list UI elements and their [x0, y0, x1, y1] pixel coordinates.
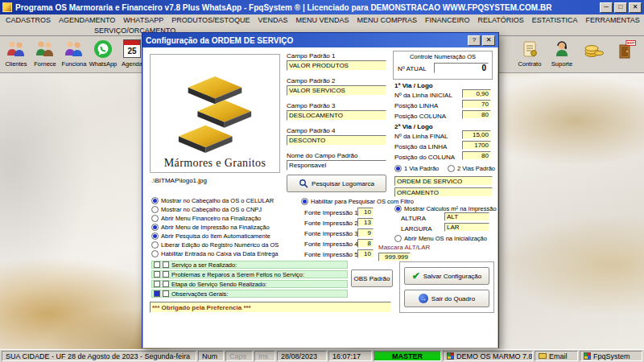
via2-row1-field[interactable]: 15,00 — [462, 130, 491, 139]
option-celular[interactable]: Mostrar no Cabeçalho da OS o CELULAR — [151, 197, 274, 204]
option-entrada-caixa[interactable]: Habilitar Entrada no Caixa via Data Entr… — [151, 250, 279, 257]
option-liberar-edicao[interactable]: Liberar Edição do Registro Numérico da O… — [151, 241, 279, 249]
toolbar-fornecedores[interactable]: Fornece — [31, 38, 60, 68]
actions-group: ✔ Salvar Configuração → Sair do Quadro — [399, 261, 494, 313]
window-title: Programa OS Marmoraria e Financeiro v7.8… — [15, 3, 597, 12]
exit-arrow-icon: → — [419, 294, 428, 303]
checkbox-checked-icon — [154, 290, 160, 297]
envelope-icon — [539, 353, 547, 359]
campo1-field[interactable]: VALOR PRODUTOS — [287, 60, 386, 71]
logo-preview: Mármores e Granitos — [150, 54, 280, 173]
menu-financeiro[interactable]: FINANCEIRO — [421, 16, 474, 24]
obs-default-field[interactable]: *** Obrigado pela Preferencia *** — [150, 302, 391, 313]
employees-icon — [63, 38, 85, 60]
pesquisar-logomarca-button[interactable]: Pesquisar Logomarca — [287, 175, 386, 192]
toolbar-clientes[interactable]: Clientes — [2, 38, 31, 68]
menu-menu-compras[interactable]: MENU COMPRAS — [353, 16, 421, 24]
option-mostrar-calculos[interactable]: Mostrar Calculos m² na Impressão — [394, 205, 497, 212]
checkbox-icon — [154, 261, 160, 268]
maximize-button[interactable]: □ — [614, 2, 627, 13]
close-button[interactable]: ✕ — [629, 2, 642, 13]
option-menu-impressao[interactable]: Abrir Menu de Impressão na Finalização — [151, 224, 270, 231]
altura-label: ALTURA — [401, 215, 426, 222]
status-email[interactable]: Email — [535, 351, 578, 361]
ordem-servico-field[interactable]: ORDEM DE SERVICO — [394, 176, 493, 186]
via2-row1-label: Nº da Linha FINAL — [394, 133, 448, 140]
campo2-field[interactable]: VALOR SERVICOS — [287, 85, 386, 96]
largura-field[interactable]: LAR — [444, 223, 489, 232]
app-icon — [2, 2, 12, 12]
toolbar-whatsapp[interactable]: WhatsApp — [89, 38, 118, 68]
menu-ferramentas[interactable]: FERRAMENTAS — [581, 16, 643, 24]
option-menu-financeiro[interactable]: Abrir Menu Financeiro na Finalização — [151, 215, 261, 222]
menu-produtos-estoque[interactable]: PRODUTOS/ESTOQUE — [167, 16, 254, 24]
via-padrao-2-radio[interactable]: 2 Vias Padrão — [448, 165, 495, 172]
radio-on-icon — [151, 197, 159, 204]
atual-field[interactable]: 0 — [434, 63, 489, 73]
sair-do-quadro-button[interactable]: → Sair do Quadro — [404, 290, 489, 307]
menu-cadastros[interactable]: CADASTROS — [2, 16, 55, 24]
dialog-close-button[interactable]: ✕ — [482, 35, 495, 46]
fonte5-field[interactable]: 10 — [357, 249, 374, 258]
check-icon: ✔ — [412, 271, 420, 281]
toolbar-funcionarios[interactable]: Funciona — [60, 38, 89, 68]
menu-estatistica[interactable]: ESTATISTICA — [528, 16, 582, 24]
option-celular-label: Mostrar no Cabeçalho da OS o CELULAR — [161, 197, 274, 204]
status-num: Num — [198, 351, 224, 361]
fonte1-field[interactable]: 10 — [357, 208, 374, 216]
option-cnpj[interactable]: Mostrar no Cabeçalho da OS o CNPJ — [151, 206, 262, 213]
via1-row3-field[interactable]: 80 — [462, 110, 491, 119]
option-filtro-os[interactable]: Habilitar para Pesquisar OS com Filtro — [301, 198, 414, 205]
dialog-help-button[interactable]: ? — [468, 35, 481, 46]
option-pesquisa-item[interactable]: Abrir Pesquisa do Item Automaticamente — [151, 232, 270, 240]
option-abrir-menu-os-label: Abrir Menu OS na Inicialização — [404, 235, 487, 242]
campo3-field[interactable]: DESLOCAMENTO — [287, 110, 386, 121]
mascara-field[interactable]: 999.999 — [378, 253, 411, 261]
clients-icon — [5, 38, 27, 60]
calendar-day: 25 — [127, 45, 136, 57]
servico-row-4[interactable]: Observações Gerais: — [151, 290, 348, 298]
menu-menu-vendas[interactable]: MENU VENDAS — [291, 16, 353, 24]
toolbar-exit[interactable]: EXIT — [612, 38, 641, 68]
servico-row-3[interactable]: Etapa do Serviço Sendo Realizado: — [151, 280, 348, 288]
status-brand-label: FpqSystem — [593, 352, 630, 360]
fonte4-field[interactable]: 8 — [357, 239, 374, 248]
altura-field[interactable]: ALT — [444, 212, 489, 221]
atual-label: Nº ATUAL — [398, 65, 427, 72]
option-abrir-menu-os[interactable]: Abrir Menu OS na Inicialização — [394, 235, 487, 242]
via2-row3-field[interactable]: 80 — [462, 151, 491, 160]
salvar-configuracao-button[interactable]: ✔ Salvar Configuração — [404, 267, 489, 285]
minimize-button[interactable]: ─ — [600, 2, 613, 13]
servico-row-2[interactable]: Problemas e Reparos a Serem Feitos no Se… — [151, 270, 348, 278]
campo3-label: Campo Padrão 3 — [287, 102, 335, 109]
status-location: SUA CIDADE - UF 28 de Agosto de 2023 - S… — [2, 351, 196, 361]
via-padrao-1-radio[interactable]: 1 Via Padrão — [394, 165, 439, 172]
fonte3-label: Fonte Impressão 3 — [304, 230, 358, 237]
app-window: Programa OS Marmoraria e Financeiro v7.8… — [0, 0, 644, 362]
obs-padrao-button[interactable]: OBS Padrão — [351, 269, 393, 287]
nome-campo-field[interactable]: Responsavel — [287, 160, 386, 171]
via1-row1-field[interactable]: 0,90 — [462, 89, 491, 98]
toolbar-suporte[interactable]: Suporte — [547, 38, 576, 68]
via1-row2-field[interactable]: 70 — [462, 100, 491, 109]
toolbar-suporte-label: Suporte — [551, 60, 572, 68]
toolbar-contrato[interactable]: Contrato — [515, 38, 544, 68]
option-entrada-caixa-label: Habilitar Entrada no Caixa via Data Entr… — [161, 250, 279, 257]
suppliers-icon — [34, 38, 56, 60]
logo-brand-text: Mármores e Granitos — [164, 157, 266, 170]
dialog-titlebar[interactable]: Configuração da ORDEM DE SERVIÇO ? ✕ — [142, 33, 498, 47]
obs-padrao-label: OBS Padrão — [354, 275, 390, 282]
toolbar-coins[interactable] — [580, 38, 609, 68]
status-user: MASTER — [374, 351, 441, 361]
menu-vendas[interactable]: VENDAS — [254, 16, 291, 24]
menu-whatsapp[interactable]: WHATSAPP — [119, 16, 167, 24]
via2-row2-field[interactable]: 1700 — [462, 141, 491, 150]
servico-row-1[interactable]: Serviço a ser Realizado: — [151, 261, 348, 269]
fonte2-field[interactable]: 13 — [357, 218, 374, 227]
orcamento-field[interactable]: ORCAMENTO — [394, 187, 493, 197]
fonte3-field[interactable]: 9 — [357, 228, 374, 237]
option-mostrar-calculos-label: Mostrar Calculos m² na Impressão — [404, 205, 497, 212]
menu-relatorios[interactable]: RELATÓRIOS — [473, 16, 527, 24]
campo4-field[interactable]: DESCONTO — [287, 135, 386, 146]
menu-agendamento[interactable]: AGENDAMENTO — [55, 16, 119, 24]
